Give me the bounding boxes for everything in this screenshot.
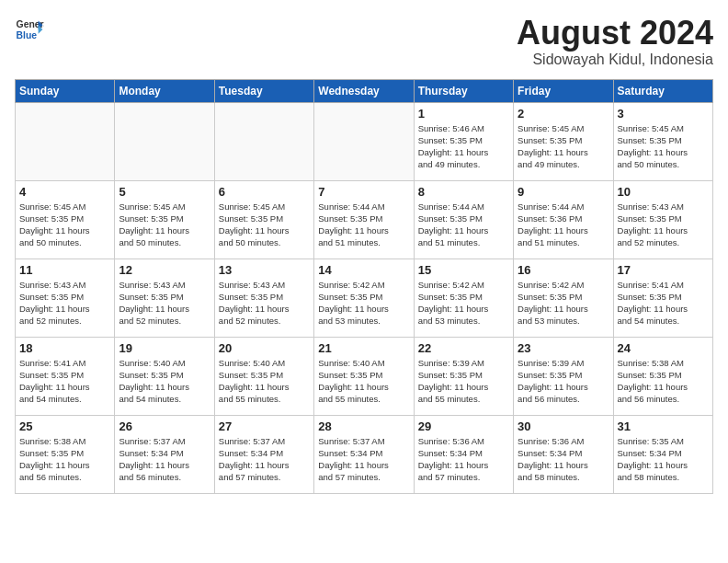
- day-number: 18: [19, 341, 110, 355]
- calendar-week-row: 4Sunrise: 5:45 AM Sunset: 5:35 PM Daylig…: [16, 180, 713, 259]
- calendar-cell: 30Sunrise: 5:36 AM Sunset: 5:34 PM Dayli…: [514, 415, 613, 493]
- day-number: 24: [618, 341, 709, 355]
- day-number: 9: [518, 185, 609, 199]
- calendar-cell: 6Sunrise: 5:45 AM Sunset: 5:35 PM Daylig…: [214, 180, 313, 259]
- day-info: Sunrise: 5:45 AM Sunset: 5:35 PM Dayligh…: [119, 201, 210, 249]
- day-number: 2: [518, 107, 609, 121]
- day-number: 15: [418, 263, 509, 277]
- day-number: 26: [119, 419, 210, 433]
- weekday-header: Friday: [514, 79, 613, 102]
- day-info: Sunrise: 5:36 AM Sunset: 5:34 PM Dayligh…: [518, 435, 609, 484]
- calendar-cell: 2Sunrise: 5:45 AM Sunset: 5:35 PM Daylig…: [514, 102, 613, 180]
- day-info: Sunrise: 5:43 AM Sunset: 5:35 PM Dayligh…: [618, 201, 709, 249]
- day-number: 11: [19, 263, 110, 277]
- day-info: Sunrise: 5:37 AM Sunset: 5:34 PM Dayligh…: [119, 435, 210, 484]
- location-subtitle: Sidowayah Kidul, Indonesia: [517, 52, 713, 68]
- day-info: Sunrise: 5:41 AM Sunset: 5:35 PM Dayligh…: [618, 279, 709, 327]
- day-number: 6: [219, 185, 310, 199]
- day-number: 4: [19, 185, 110, 199]
- day-info: Sunrise: 5:39 AM Sunset: 5:35 PM Dayligh…: [418, 357, 509, 406]
- calendar-cell: 28Sunrise: 5:37 AM Sunset: 5:34 PM Dayli…: [314, 415, 414, 493]
- day-info: Sunrise: 5:40 AM Sunset: 5:35 PM Dayligh…: [219, 357, 310, 406]
- calendar-cell: 27Sunrise: 5:37 AM Sunset: 5:34 PM Dayli…: [214, 415, 313, 493]
- day-number: 25: [19, 419, 110, 433]
- calendar-cell: 23Sunrise: 5:39 AM Sunset: 5:35 PM Dayli…: [514, 337, 613, 415]
- weekday-header: Wednesday: [314, 79, 414, 102]
- day-info: Sunrise: 5:43 AM Sunset: 5:35 PM Dayligh…: [219, 279, 310, 327]
- weekday-header: Sunday: [16, 79, 115, 102]
- day-info: Sunrise: 5:43 AM Sunset: 5:35 PM Dayligh…: [19, 279, 110, 327]
- calendar-cell: 31Sunrise: 5:35 AM Sunset: 5:34 PM Dayli…: [613, 415, 712, 493]
- day-number: 12: [119, 263, 210, 277]
- day-info: Sunrise: 5:41 AM Sunset: 5:35 PM Dayligh…: [19, 357, 110, 406]
- day-info: Sunrise: 5:36 AM Sunset: 5:34 PM Dayligh…: [418, 435, 509, 484]
- calendar-cell: 12Sunrise: 5:43 AM Sunset: 5:35 PM Dayli…: [115, 259, 214, 337]
- day-number: 29: [418, 419, 509, 433]
- day-number: 20: [219, 341, 310, 355]
- calendar-cell: 1Sunrise: 5:46 AM Sunset: 5:35 PM Daylig…: [414, 102, 513, 180]
- calendar-cell: 17Sunrise: 5:41 AM Sunset: 5:35 PM Dayli…: [613, 259, 712, 337]
- day-info: Sunrise: 5:38 AM Sunset: 5:35 PM Dayligh…: [19, 435, 110, 484]
- calendar-cell: 25Sunrise: 5:38 AM Sunset: 5:35 PM Dayli…: [16, 415, 115, 493]
- day-number: 1: [418, 107, 509, 121]
- day-number: 16: [518, 263, 609, 277]
- calendar-cell: 3Sunrise: 5:45 AM Sunset: 5:35 PM Daylig…: [613, 102, 712, 180]
- calendar-cell: 14Sunrise: 5:42 AM Sunset: 5:35 PM Dayli…: [314, 259, 414, 337]
- day-info: Sunrise: 5:42 AM Sunset: 5:35 PM Dayligh…: [518, 279, 609, 327]
- calendar-cell: 20Sunrise: 5:40 AM Sunset: 5:35 PM Dayli…: [214, 337, 313, 415]
- calendar-cell: 9Sunrise: 5:44 AM Sunset: 5:36 PM Daylig…: [514, 180, 613, 259]
- day-number: 3: [618, 107, 709, 121]
- calendar-cell: 21Sunrise: 5:40 AM Sunset: 5:35 PM Dayli…: [314, 337, 414, 415]
- day-number: 10: [618, 185, 709, 199]
- calendar-week-row: 25Sunrise: 5:38 AM Sunset: 5:35 PM Dayli…: [16, 415, 713, 493]
- calendar-cell: 29Sunrise: 5:36 AM Sunset: 5:34 PM Dayli…: [414, 415, 513, 493]
- calendar-cell: 18Sunrise: 5:41 AM Sunset: 5:35 PM Dayli…: [16, 337, 115, 415]
- title-block: August 2024 Sidowayah Kidul, Indonesia: [517, 15, 713, 68]
- day-info: Sunrise: 5:44 AM Sunset: 5:36 PM Dayligh…: [518, 201, 609, 249]
- day-info: Sunrise: 5:35 AM Sunset: 5:34 PM Dayligh…: [618, 435, 709, 484]
- calendar-cell: 5Sunrise: 5:45 AM Sunset: 5:35 PM Daylig…: [115, 180, 214, 259]
- day-info: Sunrise: 5:37 AM Sunset: 5:34 PM Dayligh…: [318, 435, 409, 484]
- day-info: Sunrise: 5:42 AM Sunset: 5:35 PM Dayligh…: [318, 279, 409, 327]
- day-number: 31: [618, 419, 709, 433]
- day-number: 19: [119, 341, 210, 355]
- weekday-header: Monday: [115, 79, 214, 102]
- logo: General Blue: [15, 15, 44, 44]
- day-number: 23: [518, 341, 609, 355]
- calendar-cell: [314, 102, 414, 180]
- calendar-cell: [214, 102, 313, 180]
- calendar-cell: 8Sunrise: 5:44 AM Sunset: 5:35 PM Daylig…: [414, 180, 513, 259]
- calendar-cell: 4Sunrise: 5:45 AM Sunset: 5:35 PM Daylig…: [16, 180, 115, 259]
- day-number: 13: [219, 263, 310, 277]
- calendar-cell: 26Sunrise: 5:37 AM Sunset: 5:34 PM Dayli…: [115, 415, 214, 493]
- calendar-cell: 22Sunrise: 5:39 AM Sunset: 5:35 PM Dayli…: [414, 337, 513, 415]
- day-number: 22: [418, 341, 509, 355]
- calendar-cell: 10Sunrise: 5:43 AM Sunset: 5:35 PM Dayli…: [613, 180, 712, 259]
- day-info: Sunrise: 5:45 AM Sunset: 5:35 PM Dayligh…: [219, 201, 310, 249]
- calendar-cell: 16Sunrise: 5:42 AM Sunset: 5:35 PM Dayli…: [514, 259, 613, 337]
- day-info: Sunrise: 5:45 AM Sunset: 5:35 PM Dayligh…: [618, 122, 709, 171]
- page-header: General Blue August 2024 Sidowayah Kidul…: [15, 15, 713, 68]
- day-info: Sunrise: 5:40 AM Sunset: 5:35 PM Dayligh…: [318, 357, 409, 406]
- calendar-cell: 24Sunrise: 5:38 AM Sunset: 5:35 PM Dayli…: [613, 337, 712, 415]
- calendar-cell: 13Sunrise: 5:43 AM Sunset: 5:35 PM Dayli…: [214, 259, 313, 337]
- calendar-week-row: 18Sunrise: 5:41 AM Sunset: 5:35 PM Dayli…: [16, 337, 713, 415]
- weekday-header: Saturday: [613, 79, 712, 102]
- day-info: Sunrise: 5:45 AM Sunset: 5:35 PM Dayligh…: [518, 122, 609, 171]
- day-number: 17: [618, 263, 709, 277]
- weekday-header-row: SundayMondayTuesdayWednesdayThursdayFrid…: [16, 79, 713, 102]
- calendar-table: SundayMondayTuesdayWednesdayThursdayFrid…: [15, 79, 713, 494]
- day-info: Sunrise: 5:40 AM Sunset: 5:35 PM Dayligh…: [119, 357, 210, 406]
- day-info: Sunrise: 5:46 AM Sunset: 5:35 PM Dayligh…: [418, 122, 509, 171]
- day-info: Sunrise: 5:44 AM Sunset: 5:35 PM Dayligh…: [418, 201, 509, 249]
- day-number: 14: [318, 263, 409, 277]
- day-number: 27: [219, 419, 310, 433]
- day-number: 30: [518, 419, 609, 433]
- day-number: 21: [318, 341, 409, 355]
- calendar-cell: 15Sunrise: 5:42 AM Sunset: 5:35 PM Dayli…: [414, 259, 513, 337]
- day-info: Sunrise: 5:42 AM Sunset: 5:35 PM Dayligh…: [418, 279, 509, 327]
- month-year-title: August 2024: [517, 15, 713, 52]
- day-info: Sunrise: 5:45 AM Sunset: 5:35 PM Dayligh…: [19, 201, 110, 249]
- logo-icon: General Blue: [15, 15, 44, 44]
- day-info: Sunrise: 5:39 AM Sunset: 5:35 PM Dayligh…: [518, 357, 609, 406]
